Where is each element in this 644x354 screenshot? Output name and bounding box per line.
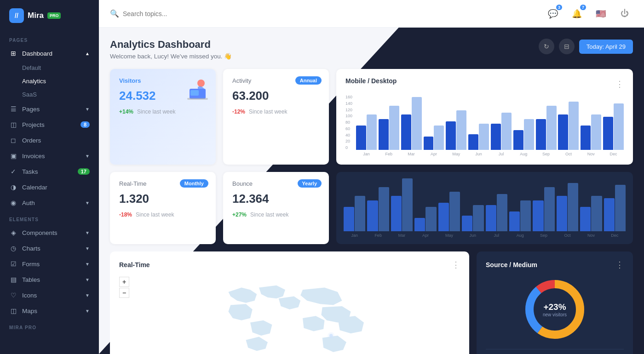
page-header-left: Analytics Dashboard Welcome back, Lucy! …	[110, 39, 232, 60]
activity-card: Activity Annual 63.200 -12% Since last w…	[223, 69, 329, 165]
sidebar-item-pages[interactable]: ☰ Pages ▼	[0, 101, 99, 117]
notifications-button[interactable]: 🔔 7	[569, 6, 585, 22]
logo-icon: //	[9, 8, 24, 23]
bar-dark	[581, 126, 591, 150]
y-axis: 160 140 120 100 80 60 40 20 0	[345, 95, 352, 150]
invoices-label: Invoices	[22, 153, 45, 160]
power-button[interactable]: ⏻	[616, 6, 633, 22]
bounce-badge: Yearly	[298, 179, 322, 188]
bar-group-jul	[491, 113, 512, 150]
visitors-since: Since last week	[137, 108, 175, 115]
page-header: Analytics Dashboard Welcome back, Lucy! …	[110, 39, 633, 60]
source-more-icon[interactable]: ⋮	[615, 260, 624, 270]
bell-icon: 🔔	[572, 9, 582, 19]
bar-label: May	[446, 152, 466, 156]
bar-light	[355, 196, 365, 231]
sidebar-subitem-default[interactable]: Default	[0, 61, 99, 74]
dark-bar-group-mar	[391, 178, 413, 231]
tasks-badge: 17	[78, 168, 90, 175]
bar-group-sep	[536, 106, 557, 150]
forms-icon: ☑	[9, 260, 17, 268]
page-subtitle: Welcome back, Lucy! We've missed you. 👋	[110, 52, 232, 60]
bar-light	[479, 124, 489, 150]
realtime-more-icon[interactable]: ⋮	[452, 260, 460, 270]
bar-light	[434, 126, 444, 150]
activity-change: -12%	[232, 108, 245, 115]
sidebar-item-charts[interactable]: ◷ Charts ▼	[0, 240, 99, 256]
page-title: Analytics Dashboard	[110, 39, 232, 51]
source-title: Source / Medium	[486, 261, 537, 268]
forms-label: Forms	[22, 261, 40, 268]
search-box: 🔍	[110, 9, 539, 18]
map-zoom-out[interactable]: −	[119, 288, 129, 298]
sidebar-item-dashboard[interactable]: ⊞ Dashboard ▲	[0, 46, 99, 61]
chevron-icon: ▲	[85, 51, 90, 56]
sidebar-item-maps[interactable]: ◫ Maps ▼	[0, 303, 99, 319]
bar-label: Nov	[580, 233, 602, 238]
donut-chart: +23% new visitors	[523, 277, 587, 342]
sidebar-subitem-saas[interactable]: SaaS	[0, 88, 99, 101]
filter-icon: ⊟	[564, 43, 569, 50]
bar-label: Jan	[356, 152, 377, 156]
split-wrapper: Analytics Dashboard Welcome back, Lucy! …	[99, 28, 644, 354]
search-icon: 🔍	[110, 9, 119, 18]
bar-group-apr	[424, 126, 444, 150]
sidebar-item-orders[interactable]: ◻ Orders	[0, 132, 99, 148]
bar-light	[426, 207, 436, 231]
chart-more-icon[interactable]: ⋮	[615, 79, 624, 89]
bounce-footer: +27% Since last week	[232, 211, 320, 218]
sidebar-item-icons[interactable]: ♡ Icons ▼	[0, 287, 99, 303]
bar-dark	[414, 218, 425, 231]
calendar-label: Calendar	[22, 184, 47, 191]
notifications-badge: 7	[580, 5, 586, 10]
date-button[interactable]: Today: April 29	[579, 40, 633, 54]
sidebar: // Mira PRO PAGES ⊞ Dashboard ▲ Default …	[0, 0, 99, 354]
dark-bar-group-jan	[344, 196, 365, 231]
search-input[interactable]	[123, 10, 224, 17]
projects-label: Projects	[22, 121, 45, 128]
dark-bar-group-jul	[486, 194, 507, 231]
bar-light	[449, 192, 460, 231]
bar-light	[497, 194, 507, 231]
bounce-since: Since last week	[250, 211, 288, 218]
stats-row-1: Visitors 24.532 +14% Since last week	[110, 69, 633, 165]
pro-badge: PRO	[47, 12, 61, 19]
sidebar-item-components[interactable]: ◈ Components ▼	[0, 225, 99, 240]
bar-dark	[580, 207, 591, 231]
realtime-change: -18%	[119, 211, 132, 218]
bar-label: Dec	[604, 233, 626, 238]
bar-light	[520, 200, 531, 231]
filter-button[interactable]: ⊟	[559, 39, 575, 54]
bar-dark	[558, 114, 568, 150]
mira-pro-section-label: MIRA PRO	[0, 319, 99, 333]
dark-bar-group-nov	[580, 196, 602, 231]
flag-button[interactable]: 🇺🇸	[592, 6, 609, 22]
components-icon: ◈	[9, 229, 17, 236]
tasks-icon: ✓	[9, 168, 17, 175]
sidebar-item-tables[interactable]: ▤ Tables ▼	[0, 272, 99, 287]
map-zoom-in[interactable]: +	[119, 277, 129, 287]
realtime-map-title: Real-Time	[119, 261, 150, 268]
bar-dark	[491, 124, 501, 150]
chevron-icon: ▼	[85, 262, 90, 267]
pages-label: Pages	[22, 106, 40, 113]
refresh-button[interactable]: ↻	[539, 39, 554, 54]
sidebar-item-invoices[interactable]: ▣ Invoices ▼	[0, 148, 99, 164]
sidebar-item-calendar[interactable]: ◑ Calendar	[0, 179, 99, 195]
chevron-icon: ▼	[85, 230, 90, 235]
sidebar-subitem-analytics[interactable]: Analytics	[0, 74, 99, 88]
topbar: 🔍 💬 3 🔔 7 🇺🇸 ⏻	[99, 0, 644, 28]
sidebar-item-projects[interactable]: ◫ Projects 8	[0, 117, 99, 132]
bar-label: Aug	[509, 233, 531, 238]
sidebar-item-tasks[interactable]: ✓ Tasks 17	[0, 164, 99, 179]
dark-bar-group-dec	[604, 185, 626, 231]
app-name: Mira	[28, 11, 44, 20]
messages-button[interactable]: 💬 3	[545, 6, 561, 22]
visitors-illustration	[179, 74, 211, 106]
world-map-svg	[119, 274, 460, 354]
sidebar-item-forms[interactable]: ☑ Forms ▼	[0, 256, 99, 272]
logo: // Mira PRO	[0, 0, 99, 31]
sidebar-item-auth[interactable]: ◉ Auth ▼	[0, 195, 99, 211]
bar-label: Apr	[414, 233, 436, 238]
bar-group-jan	[356, 114, 377, 150]
